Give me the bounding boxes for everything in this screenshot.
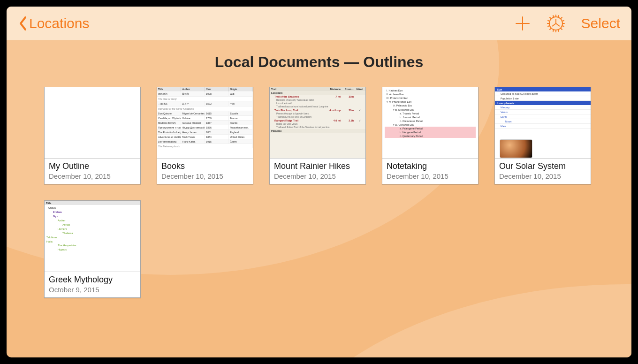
document-date: December 10, 2015 <box>387 172 474 180</box>
document-title: Books <box>161 161 249 171</box>
document-meta: Notetaking December 10, 2015 <box>382 159 478 184</box>
document-date: December 10, 2015 <box>49 172 136 180</box>
document-thumbnail: SunClassified as type G2 yellow dwarfPop… <box>495 87 591 159</box>
document-meta: Greek Mythology October 9, 2015 <box>45 272 140 297</box>
app-window: Locations <box>7 7 631 357</box>
page-title: Local Documents — Outlines <box>7 53 631 71</box>
navbar: Locations <box>7 7 631 40</box>
document-title: Notetaking <box>387 161 474 171</box>
document-date: December 10, 2015 <box>499 172 586 180</box>
select-button[interactable]: Select <box>581 15 620 31</box>
document-thumbnail: I. Hadean EonII. Archean EonIII. Protero… <box>382 87 478 159</box>
svg-line-9 <box>550 28 551 30</box>
svg-line-21 <box>552 23 556 26</box>
document-card[interactable]: My Outline December 10, 2015 <box>44 87 141 184</box>
svg-line-15 <box>548 21 550 21</box>
document-meta: Books December 10, 2015 <box>157 159 253 184</box>
plus-icon <box>515 15 531 31</box>
navbar-actions: Select <box>515 14 620 33</box>
back-button[interactable]: Locations <box>19 15 89 31</box>
svg-line-18 <box>553 30 554 31</box>
document-date: December 10, 2015 <box>274 172 361 180</box>
document-meta: Our Solar System December 10, 2015 <box>495 159 591 184</box>
svg-line-7 <box>550 17 551 19</box>
document-card[interactable]: TitleAuthorYearOrigin源氏物語紫式部1008日本The Ta… <box>157 87 253 184</box>
document-thumbnail: TitleChaosErebusNyxAetherAergiaHemeraTha… <box>45 201 140 272</box>
document-title: Our Solar System <box>499 161 586 171</box>
document-thumbnail: TitleAuthorYearOrigin源氏物語紫式部1008日本The Ta… <box>157 87 253 159</box>
svg-line-14 <box>562 21 564 21</box>
svg-line-12 <box>558 30 559 31</box>
document-thumbnail <box>45 87 140 159</box>
svg-line-13 <box>548 26 550 26</box>
documents-grid: My Outline December 10, 2015 TitleAuthor… <box>44 87 594 298</box>
svg-line-8 <box>561 28 562 30</box>
svg-line-11 <box>553 15 554 17</box>
chevron-left-icon <box>19 16 27 30</box>
svg-line-16 <box>562 26 564 26</box>
svg-line-20 <box>556 23 560 26</box>
document-thumbnail: TrailDistanceRoun…HikedLongmireTrail of … <box>270 87 365 159</box>
document-card[interactable]: SunClassified as type G2 yellow dwarfPop… <box>494 87 591 184</box>
content-area: Local Documents — Outlines My Outline De… <box>7 40 631 357</box>
svg-line-10 <box>561 17 562 19</box>
document-title: Greek Mythology <box>49 275 136 285</box>
document-date: December 10, 2015 <box>161 172 249 180</box>
add-button[interactable] <box>515 15 531 31</box>
back-label: Locations <box>29 15 89 31</box>
document-meta: My Outline December 10, 2015 <box>45 159 140 184</box>
svg-line-17 <box>558 15 559 17</box>
gear-icon <box>547 14 565 33</box>
document-card[interactable]: TrailDistanceRoun…HikedLongmireTrail of … <box>269 87 366 184</box>
settings-button[interactable] <box>547 14 565 33</box>
document-title: My Outline <box>49 161 136 171</box>
document-date: October 9, 2015 <box>49 286 136 294</box>
document-card[interactable]: I. Hadean EonII. Archean EonIII. Protero… <box>382 87 478 184</box>
document-meta: Mount Rainier Hikes December 10, 2015 <box>270 159 365 184</box>
document-card[interactable]: TitleChaosErebusNyxAetherAergiaHemeraTha… <box>44 200 141 298</box>
document-title: Mount Rainier Hikes <box>274 161 361 171</box>
